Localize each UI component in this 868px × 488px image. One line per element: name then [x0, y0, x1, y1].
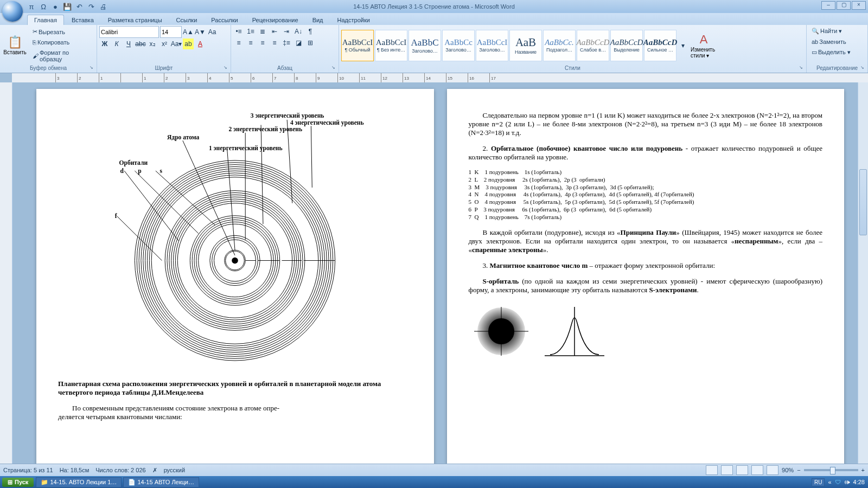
- tab-review[interactable]: Рецензирование: [246, 15, 305, 25]
- tab-insert[interactable]: Вставка: [65, 15, 100, 25]
- cut-button[interactable]: ✂Вырезать: [30, 27, 94, 37]
- strike-icon[interactable]: abc: [135, 38, 146, 49]
- show-marks-icon[interactable]: ¶: [305, 26, 316, 37]
- start-button[interactable]: ⊞Пуск: [2, 478, 34, 487]
- highlight-icon[interactable]: ab: [183, 38, 194, 49]
- font-color-icon[interactable]: A: [195, 38, 206, 49]
- shrink-font-icon[interactable]: A▼: [195, 27, 206, 37]
- style-no-spacing[interactable]: AaBbCcI¶ Без инте…: [375, 30, 407, 61]
- minimize-button[interactable]: –: [821, 1, 835, 10]
- style-normal[interactable]: AaBbCcI¶ Обычный: [341, 30, 374, 61]
- bold-icon[interactable]: Ж: [99, 38, 110, 49]
- style-title[interactable]: АаВНазвание: [509, 30, 542, 61]
- styles-gallery[interactable]: AaBbCcI¶ Обычный AaBbCcI¶ Без инте… AaBb…: [341, 30, 688, 61]
- view-draft-icon[interactable]: [767, 465, 778, 475]
- tray-clock[interactable]: 4:28: [853, 479, 865, 485]
- qat-print-icon[interactable]: 🖨: [99, 2, 107, 11]
- font-size-input[interactable]: [160, 26, 182, 38]
- replace-button[interactable]: abЗаменить: [809, 37, 849, 47]
- tray-expand-icon[interactable]: «: [828, 479, 831, 485]
- status-page[interactable]: Страница: 5 из 11: [3, 467, 53, 473]
- numbering-icon[interactable]: 1≡: [245, 26, 256, 37]
- subscript-icon[interactable]: x₂: [147, 38, 158, 49]
- status-language[interactable]: русский: [164, 467, 185, 473]
- document-canvas[interactable]: Ядро атома 1 энергетический уровень 2 эн…: [12, 82, 868, 464]
- tab-view[interactable]: Вид: [306, 15, 330, 25]
- find-button[interactable]: 🔍Найти ▾: [809, 26, 845, 36]
- qat-redo-icon[interactable]: ↷: [87, 2, 95, 11]
- zoom-level[interactable]: 90%: [782, 467, 794, 473]
- tab-references[interactable]: Ссылки: [170, 15, 204, 25]
- paste-button[interactable]: 📋Вставить: [2, 28, 28, 63]
- borders-icon[interactable]: ⊞: [305, 37, 316, 48]
- clear-format-icon[interactable]: Aa: [207, 27, 218, 37]
- change-styles-button[interactable]: AИзменить стили ▾: [691, 28, 717, 63]
- brush-icon: 🖌: [33, 53, 39, 59]
- zoom-in-icon[interactable]: +: [861, 467, 865, 473]
- italic-icon[interactable]: К: [111, 38, 122, 49]
- tab-mailings[interactable]: Рассылки: [205, 15, 244, 25]
- svg-text:1 энергетический уровень: 1 энергетический уровень: [209, 145, 283, 152]
- align-right-icon[interactable]: ≡: [257, 37, 268, 48]
- style-strong[interactable]: AaBbCcDСильное …: [644, 30, 676, 61]
- status-word-count[interactable]: Число слов: 2 026: [95, 467, 145, 473]
- font-name-input[interactable]: [99, 26, 159, 38]
- status-proofing-icon[interactable]: ✗: [152, 467, 157, 474]
- qat-pi-icon[interactable]: π: [27, 2, 36, 11]
- tab-page-layout[interactable]: Разметка страницы: [101, 15, 169, 25]
- styles-more-icon[interactable]: ▾: [678, 40, 688, 51]
- page-left: Ядро атома 1 энергетический уровень 2 эн…: [36, 89, 434, 464]
- grow-font-icon[interactable]: A▲: [183, 27, 194, 37]
- justify-icon[interactable]: ≡: [269, 37, 280, 48]
- view-web-layout-icon[interactable]: [736, 465, 748, 475]
- office-button[interactable]: [2, 1, 23, 22]
- tray-language[interactable]: RU: [812, 478, 825, 486]
- indent-dec-icon[interactable]: ⇤: [269, 26, 280, 37]
- copy-button[interactable]: ⎘Копировать: [30, 37, 94, 47]
- scrollbar-vertical[interactable]: [858, 82, 868, 464]
- tab-home[interactable]: Главная: [27, 15, 64, 25]
- style-heading1[interactable]: AaBbCЗаголово…: [409, 30, 441, 61]
- superscript-icon[interactable]: x²: [159, 38, 170, 49]
- qat-omega-icon[interactable]: Ω: [39, 2, 48, 11]
- sort-icon[interactable]: A↓: [293, 26, 304, 37]
- style-heading2[interactable]: AaBbCcЗаголово…: [442, 30, 475, 61]
- svg-text:f: f: [115, 213, 117, 219]
- align-left-icon[interactable]: ≡: [233, 37, 244, 48]
- indent-inc-icon[interactable]: ⇥: [281, 26, 292, 37]
- svg-text:Ядро атома: Ядро атома: [167, 134, 199, 141]
- line-spacing-icon[interactable]: ‡≡: [281, 37, 292, 48]
- underline-icon[interactable]: Ч: [123, 38, 134, 49]
- ruler-vertical[interactable]: [0, 82, 12, 464]
- view-outline-icon[interactable]: [751, 465, 763, 475]
- view-print-layout-icon[interactable]: [706, 465, 718, 475]
- taskbar-item-folder[interactable]: 📁 14-15. АВТО Лекции 1…: [36, 477, 122, 487]
- taskbar-item-word[interactable]: 📄 14-15 АВТО Лекци…: [123, 477, 199, 487]
- select-button[interactable]: ▭Выделить ▾: [809, 47, 853, 57]
- zoom-out-icon[interactable]: −: [797, 467, 800, 473]
- group-label-font: Шрифт: [99, 65, 228, 72]
- view-full-screen-icon[interactable]: [721, 465, 733, 475]
- style-heading3[interactable]: AaBbCcIЗаголово…: [476, 30, 508, 61]
- shading-icon[interactable]: ◪: [293, 37, 304, 48]
- format-painter-button[interactable]: 🖌Формат по образцу: [30, 48, 94, 64]
- style-subtle-emph[interactable]: AaBbCcDСлабое в…: [577, 30, 609, 61]
- tray-volume-icon[interactable]: 🕪: [844, 479, 850, 485]
- align-center-icon[interactable]: ≡: [245, 37, 256, 48]
- qat-undo-icon[interactable]: ↶: [75, 2, 84, 11]
- scrollbar-thumb[interactable]: [859, 169, 867, 235]
- bullets-icon[interactable]: •≡: [233, 26, 244, 37]
- style-emphasis[interactable]: AaBbCcDВыделение: [610, 30, 643, 61]
- tab-addins[interactable]: Надстройки: [331, 15, 376, 25]
- restore-button[interactable]: ▢: [837, 1, 851, 10]
- change-case-icon[interactable]: Aa▾: [171, 38, 182, 49]
- close-button[interactable]: ×: [852, 1, 866, 10]
- qat-new-icon[interactable]: ●: [51, 2, 60, 11]
- para-3: В каждой орбитали (подуровне), исходя из…: [469, 228, 823, 254]
- tray-shield-icon[interactable]: 🛡: [835, 479, 841, 485]
- qat-save-icon[interactable]: 💾: [63, 2, 72, 11]
- multilevel-icon[interactable]: ≣: [257, 26, 268, 37]
- zoom-slider[interactable]: [804, 469, 858, 471]
- status-position[interactable]: На: 18,5см: [60, 467, 90, 473]
- style-subtitle[interactable]: AaBbCc.Подзагол…: [543, 30, 576, 61]
